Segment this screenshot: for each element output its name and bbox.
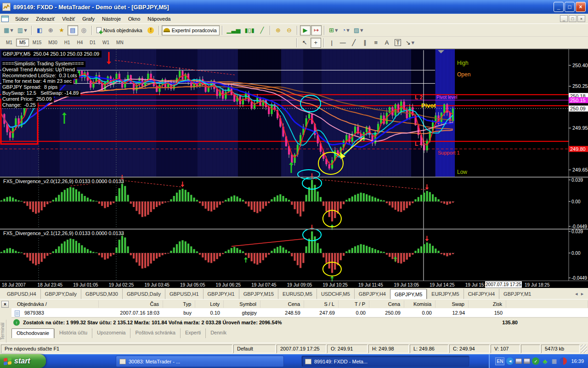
tray-updates-icon[interactable] bbox=[560, 357, 567, 365]
chart-tab[interactable]: GBPUSD,H4 bbox=[3, 289, 40, 299]
market-watch-button[interactable]: ◧ bbox=[34, 25, 45, 35]
chart-tab[interactable]: GBPUSD,M30 bbox=[81, 289, 122, 299]
terminal-tab-journal[interactable]: Denník bbox=[205, 328, 231, 338]
profiles-button[interactable]: ▥▾ bbox=[16, 25, 29, 35]
taskbar-button-metatrader[interactable]: 30083: MetaTrader - ... bbox=[116, 356, 284, 367]
timeframe-m15[interactable]: M15 bbox=[29, 39, 45, 46]
maximize-button[interactable]: □ bbox=[565, 2, 575, 12]
autoscroll-button[interactable]: ▶ bbox=[300, 25, 311, 35]
start-button[interactable]: start bbox=[0, 354, 46, 368]
timeframe-mn[interactable]: MN bbox=[113, 39, 127, 46]
language-indicator[interactable]: EN bbox=[495, 357, 504, 365]
fibonacci-tool-button[interactable]: ≡ bbox=[371, 38, 381, 48]
vertical-line-tool-button[interactable]: | bbox=[327, 38, 337, 48]
chart-tab[interactable]: GBPJPY,H4 bbox=[354, 289, 390, 299]
timeframe-m1[interactable]: M1 bbox=[3, 39, 16, 46]
column-header[interactable]: Typ bbox=[163, 300, 195, 308]
terminal-tab-history[interactable]: História účtu bbox=[54, 328, 92, 338]
menu-nastroje[interactable]: Nástroje bbox=[98, 15, 124, 23]
column-header[interactable]: Cena bbox=[260, 300, 304, 308]
chart-tab[interactable]: USDCHF,M5 bbox=[317, 289, 354, 299]
strategy-tester-button[interactable]: ◎ bbox=[79, 25, 89, 35]
timeframe-w1[interactable]: W1 bbox=[99, 39, 113, 46]
menu-zobrazit[interactable]: Zobraziť bbox=[32, 15, 58, 23]
terminal-tab-alerts[interactable]: Upozornenia bbox=[92, 328, 130, 338]
column-header[interactable]: Cena bbox=[369, 300, 404, 308]
chart-tab[interactable]: GBPUSD,H1 bbox=[165, 289, 203, 299]
chart-tab[interactable]: EURJPY,M5 bbox=[427, 289, 463, 299]
column-header[interactable]: Loty bbox=[195, 300, 224, 308]
menu-grafy[interactable]: Grafy bbox=[79, 15, 98, 23]
navigator-button[interactable]: ★ bbox=[57, 25, 67, 35]
chart-tab[interactable]: GBPJPY,M15 bbox=[239, 289, 278, 299]
chart-tab[interactable]: CHFJPY,H4 bbox=[464, 289, 499, 299]
chart-canvas[interactable]: L 2Pivot levelPivotL 4Support 1HighOpenL… bbox=[0, 49, 588, 288]
tab-scroll-left-icon[interactable]: ◄ bbox=[574, 292, 578, 296]
terminal-close-button[interactable]: × bbox=[1, 301, 9, 308]
text-tool-button[interactable]: A bbox=[382, 38, 392, 48]
new-order-button[interactable]: Nová objednávka bbox=[95, 25, 145, 35]
menu-okno[interactable]: Okno bbox=[124, 15, 144, 23]
tray-antivirus-icon[interactable]: ✓ bbox=[532, 357, 539, 365]
line-chart-button[interactable]: ╱ bbox=[257, 25, 267, 35]
timeframe-m30[interactable]: M30 bbox=[45, 39, 60, 46]
chart-tab[interactable]: GBPJPY,H1 bbox=[203, 289, 239, 299]
periods-button[interactable]: ◔▾ bbox=[340, 25, 351, 35]
taskbar-button-fxdd[interactable]: 899149: FXDD - Meta... bbox=[301, 356, 469, 367]
alert-button[interactable]: ! bbox=[146, 25, 156, 35]
terminal-button[interactable]: ▤ bbox=[68, 25, 78, 35]
bar-chart-button[interactable]: ▁▃▅ bbox=[225, 25, 243, 35]
column-header[interactable]: Objednávka / bbox=[11, 300, 99, 308]
timeframe-m5[interactable]: M5 bbox=[16, 39, 29, 46]
menu-subor[interactable]: Súbor bbox=[11, 15, 32, 23]
column-header[interactable]: T / P bbox=[339, 300, 369, 308]
tray-back-icon[interactable]: ◄ bbox=[506, 357, 514, 365]
text-label-tool-button[interactable]: T bbox=[393, 38, 403, 48]
horizontal-line-tool-button[interactable]: — bbox=[338, 38, 348, 48]
resize-grip[interactable] bbox=[581, 345, 587, 353]
chart-tab[interactable]: GBPUSD,Daily bbox=[122, 289, 165, 299]
order-row[interactable]: 9879383 2007.07.16 18:03 buy 0.10 gbpjpy… bbox=[11, 309, 588, 317]
column-header[interactable]: Čas bbox=[99, 300, 163, 308]
cursor-tool-button[interactable]: ↖ bbox=[300, 38, 310, 48]
terminal-tab-mailbox[interactable]: Poštová schránka bbox=[130, 328, 180, 338]
column-header[interactable]: Swap bbox=[435, 300, 469, 308]
candlestick-button[interactable]: ▮▯▮ bbox=[243, 25, 256, 35]
chart-tab[interactable]: GBPJPY,M1 bbox=[499, 289, 535, 299]
chart-tab-active[interactable]: GBPJPY,M5 bbox=[390, 289, 427, 299]
crosshair-tool-button[interactable]: + bbox=[311, 38, 321, 48]
terminal-tab-experts[interactable]: Experti bbox=[180, 328, 205, 338]
chart-shift-button[interactable]: ↦ bbox=[311, 25, 322, 35]
child-close-button[interactable]: × bbox=[577, 15, 585, 22]
trendline-tool-button[interactable]: ╱ bbox=[349, 38, 359, 48]
zoom-out-button[interactable]: ⊖ bbox=[284, 25, 294, 35]
minimize-button[interactable]: _ bbox=[554, 2, 564, 12]
child-minimize-button[interactable]: _ bbox=[560, 15, 568, 22]
status-profile[interactable]: Default bbox=[233, 345, 276, 353]
data-window-button[interactable]: ⊕ bbox=[45, 25, 56, 35]
menu-napoveda[interactable]: Nápoveda bbox=[144, 15, 174, 23]
timeframe-d1[interactable]: D1 bbox=[86, 39, 99, 46]
indicators-button[interactable]: ⊞▾ bbox=[327, 25, 339, 35]
templates-button[interactable]: ▨▾ bbox=[352, 25, 365, 35]
zoom-in-button[interactable]: ⊕ bbox=[273, 25, 283, 35]
child-restore-button[interactable]: □ bbox=[569, 15, 577, 22]
new-chart-button[interactable]: ▦▾ bbox=[2, 25, 15, 35]
chart-area[interactable]: L 2Pivot levelPivotL 4Support 1HighOpenL… bbox=[0, 49, 588, 288]
expert-advisors-button[interactable]: Expertní poradcovia bbox=[162, 25, 220, 35]
arrows-tool-button[interactable]: ↘▾ bbox=[404, 38, 416, 48]
channel-tool-button[interactable]: ∥ bbox=[360, 38, 370, 48]
tab-scroll-right-icon[interactable]: ► bbox=[580, 292, 584, 296]
chart-tab[interactable]: GBPJPY,Daily bbox=[40, 289, 81, 299]
chart-tab[interactable]: EURUSD,M5 bbox=[278, 289, 317, 299]
timeframe-h4[interactable]: H4 bbox=[74, 39, 86, 46]
menu-vlozit[interactable]: Vložiť bbox=[58, 15, 79, 23]
close-button[interactable]: × bbox=[576, 2, 586, 12]
column-header[interactable]: Symbol bbox=[224, 300, 260, 308]
tray-icq-icon[interactable]: ♣ bbox=[541, 357, 548, 365]
terminal-tab-trade[interactable]: Obchodovanie bbox=[11, 328, 54, 338]
tray-network-icon[interactable] bbox=[515, 358, 522, 364]
tray-network2-icon[interactable] bbox=[524, 358, 530, 364]
tray-app-icon[interactable]: ▦ bbox=[550, 357, 558, 365]
column-header[interactable]: Zisk bbox=[469, 300, 506, 308]
